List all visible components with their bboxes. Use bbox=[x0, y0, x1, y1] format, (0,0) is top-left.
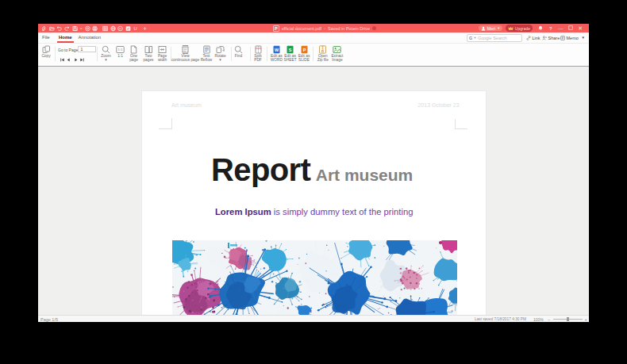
svg-text:P: P bbox=[119, 26, 121, 30]
svg-text:1:1: 1:1 bbox=[117, 48, 123, 52]
svg-text:P: P bbox=[302, 48, 306, 52]
svg-text:S: S bbox=[289, 48, 292, 52]
svg-text:U: U bbox=[134, 26, 137, 31]
svg-text:W: W bbox=[275, 48, 279, 52]
